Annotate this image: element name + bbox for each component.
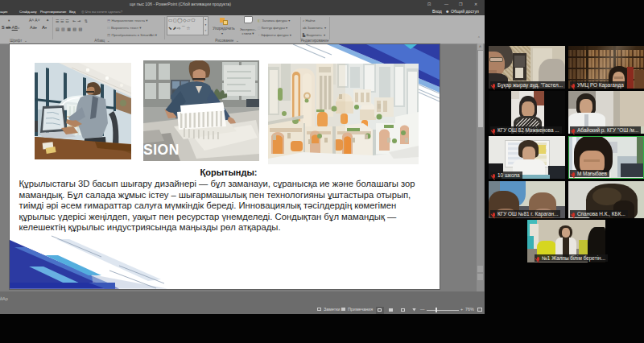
svg-text:SION: SION [143, 142, 180, 158]
